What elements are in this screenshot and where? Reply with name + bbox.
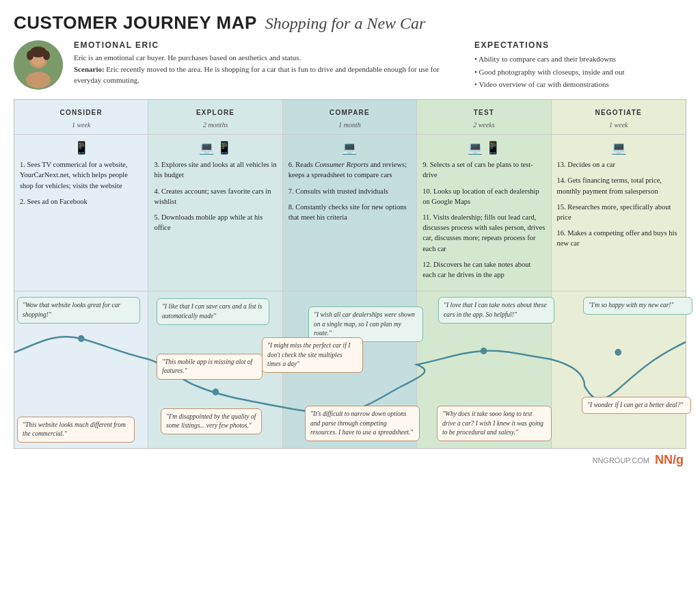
phase-name-compare: COMPARE bbox=[329, 109, 370, 116]
svg-point-5 bbox=[27, 51, 33, 60]
svg-point-11 bbox=[615, 349, 621, 356]
scenario-text: Eric recently moved to the area. He is s… bbox=[74, 65, 440, 85]
quote-explore-negative-2: "I'm disappointed by the quality of some… bbox=[161, 408, 262, 435]
scenario-label: Scenario: bbox=[74, 65, 105, 73]
page-title-bold: CUSTOMER JOURNEY MAP bbox=[14, 12, 257, 33]
action-negotiate-3: 15. Researches more, specifically about … bbox=[557, 202, 680, 222]
device-icons-compare: 💻 bbox=[288, 140, 411, 155]
action-negotiate-2: 14. Gets financing terms, total price, m… bbox=[557, 175, 680, 196]
action-explore-1: 3. Explores site and looks at all vehicl… bbox=[154, 159, 276, 180]
phase-name-consider: CONSIDER bbox=[60, 109, 103, 116]
journey-map: CONSIDER 1 week EXPLORE 2 months COMPARE… bbox=[14, 99, 686, 449]
quote-test-positive: "I love that I can take notes about thes… bbox=[438, 297, 554, 324]
phase-header-explore: EXPLORE 2 months bbox=[148, 100, 282, 134]
action-test-4: 12. Discovers he can take notes about ea… bbox=[422, 259, 545, 280]
expectation-item: Video overview of car with demonstration… bbox=[474, 78, 686, 91]
svg-point-10 bbox=[481, 348, 487, 354]
phase-header-consider: CONSIDER 1 week bbox=[14, 100, 148, 134]
persona-expectations-row: EMOTIONAL ERIC Eric is an emotional car … bbox=[14, 40, 686, 91]
action-cell-compare: 💻 6. Reads Consumer Reports and reviews;… bbox=[283, 135, 417, 291]
action-compare-3: 8. Constantly checks site for new option… bbox=[288, 202, 411, 222]
emotion-curve-row: "Wow that website looks great for car sh… bbox=[14, 291, 686, 448]
phase-name-test: TEST bbox=[474, 109, 494, 116]
action-cell-explore: 💻 📱 3. Explores site and looks at all ve… bbox=[148, 135, 282, 291]
phase-duration-negotiate: 1 week bbox=[609, 121, 628, 129]
quote-explore-negative-1: "This mobile app is missing alot of feat… bbox=[157, 354, 262, 380]
phase-duration-explore: 2 months bbox=[203, 121, 228, 129]
expectation-item: Good photography with closeups, inside a… bbox=[474, 66, 686, 79]
quote-consider-positive: "Wow that website looks great for car sh… bbox=[17, 297, 140, 324]
page: CUSTOMER JOURNEY MAP Shopping for a New … bbox=[0, 0, 700, 602]
device-icons-test: 💻 📱 bbox=[422, 140, 545, 155]
action-consider-2: 2. Sees ad on Facebook bbox=[20, 196, 142, 207]
phase-header-compare: COMPARE 1 month bbox=[283, 100, 417, 134]
phase-duration-test: 2 weeks bbox=[473, 121, 494, 129]
actions-row: 📱 1. Sees TV commerical for a website, Y… bbox=[14, 134, 686, 291]
action-explore-2: 4. Creates account; saves favorite cars … bbox=[154, 186, 276, 207]
phase-header-negotiate: NEGOTIATE 1 week bbox=[552, 100, 686, 134]
action-negotiate-1: 13. Decides on a car bbox=[557, 159, 680, 170]
phase-duration-compare: 1 month bbox=[338, 121, 361, 129]
footer: NNGROUP.COM NN/g bbox=[14, 453, 686, 467]
action-compare-2: 7. Consults with trusted indviduals bbox=[288, 186, 411, 196]
page-header: CUSTOMER JOURNEY MAP Shopping for a New … bbox=[14, 12, 686, 34]
persona-name: EMOTIONAL ERIC bbox=[74, 40, 450, 50]
persona-info: EMOTIONAL ERIC Eric is an emotional car … bbox=[74, 40, 450, 86]
phase-duration-consider: 1 week bbox=[72, 121, 91, 129]
action-test-2: 10. Looks up location of each dealership… bbox=[422, 186, 545, 207]
phase-name-explore: EXPLORE bbox=[196, 109, 234, 116]
svg-point-2 bbox=[26, 72, 51, 88]
footer-url: NNGROUP.COM bbox=[592, 456, 649, 464]
quote-negotiate-negative: "I wonder if I can get a better deal?" bbox=[582, 397, 691, 414]
action-cell-negotiate: 💻 13. Decides on a car 14. Gets financin… bbox=[552, 135, 686, 291]
avatar bbox=[14, 40, 63, 90]
phase-headers-row: CONSIDER 1 week EXPLORE 2 months COMPARE… bbox=[14, 100, 686, 134]
device-icons-negotiate: 💻 bbox=[557, 140, 680, 155]
quote-test-negative: "Why does it take sooo long to test driv… bbox=[437, 406, 552, 441]
quote-consider-negative: "This website looks much different from … bbox=[17, 417, 135, 443]
device-icons-consider: 📱 bbox=[20, 140, 142, 155]
action-compare-1: 6. Reads Consumer Reports and reviews; k… bbox=[288, 159, 411, 180]
expectations-list: Ability to compare cars and their breakd… bbox=[474, 53, 686, 91]
footer-logo: NN/g bbox=[655, 453, 684, 467]
quote-compare-positive: "I wish all car dealerships were shown o… bbox=[308, 306, 423, 342]
action-test-3: 11. Visits dealership; fills out lead ca… bbox=[422, 212, 545, 254]
expectations-title: EXPECTATIONS bbox=[474, 40, 686, 50]
action-test-1: 9. Selects a set of cars he plans to tes… bbox=[422, 159, 545, 180]
page-title-italic: Shopping for a New Car bbox=[265, 14, 426, 32]
quote-compare-negative: "It's difficult to narrow down options a… bbox=[305, 406, 420, 441]
action-negotiate-4: 16. Makes a competing offer and buys his… bbox=[557, 228, 680, 248]
svg-point-6 bbox=[43, 51, 50, 60]
expectation-item: Ability to compare cars and their breakd… bbox=[474, 53, 686, 66]
expectations-section: EXPECTATIONS Ability to compare cars and… bbox=[474, 40, 686, 91]
device-icons-explore: 💻 📱 bbox=[154, 140, 276, 155]
phase-header-test: TEST 2 weeks bbox=[417, 100, 551, 134]
svg-point-7 bbox=[78, 335, 85, 342]
quote-explore-negative-3: "I might miss the perfect car if I don't… bbox=[262, 337, 363, 373]
action-consider-1: 1. Sees TV commerical for a website, You… bbox=[20, 159, 142, 191]
svg-point-8 bbox=[213, 389, 219, 395]
quote-negotiate-positive: "I'm so happy with my new car!" bbox=[583, 297, 692, 314]
quote-explore-positive: "I like that I can save cars and a list … bbox=[157, 298, 269, 325]
action-cell-consider: 📱 1. Sees TV commerical for a website, Y… bbox=[14, 135, 148, 291]
phase-name-negotiate: NEGOTIATE bbox=[595, 109, 642, 116]
action-explore-3: 5. Downloads mobile app while at his off… bbox=[154, 212, 276, 233]
action-cell-test: 💻 📱 9. Selects a set of cars he plans to… bbox=[417, 135, 551, 291]
persona-description: Eric is an emotional car buyer. He purch… bbox=[74, 52, 450, 86]
